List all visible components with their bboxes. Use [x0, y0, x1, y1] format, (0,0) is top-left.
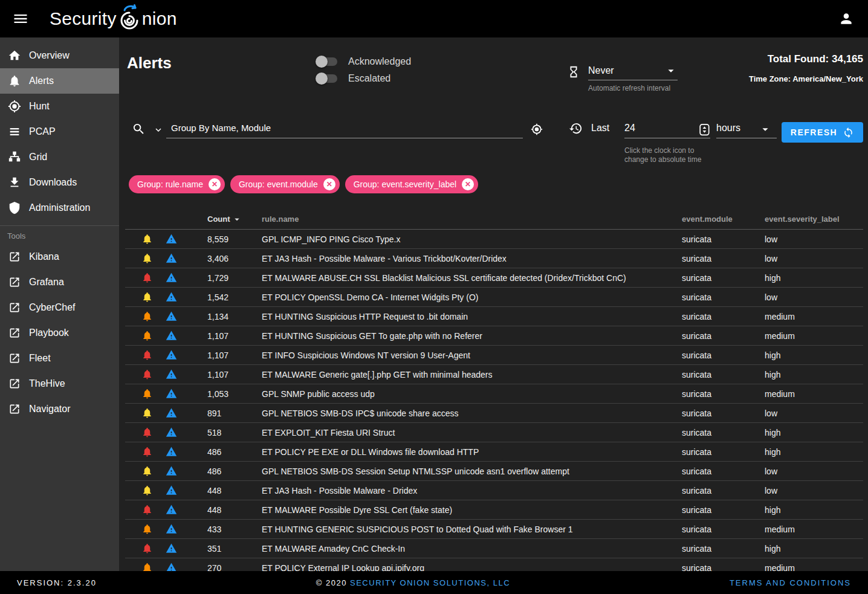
table-row[interactable]: 433 ET HUNTING GENERIC SUSPICIOUS POST t…: [125, 520, 863, 539]
alert-info-icon[interactable]: [166, 427, 177, 438]
alert-info-icon[interactable]: [166, 543, 177, 554]
sidebar-tool-thehive[interactable]: TheHive: [0, 371, 119, 396]
alert-info-icon[interactable]: [166, 311, 177, 322]
search-input[interactable]: Group By Name, Module: [171, 123, 271, 133]
sidebar-tool-cyberchef[interactable]: CyberChef: [0, 295, 119, 320]
terms-link[interactable]: TERMS AND CONDITIONS: [730, 578, 851, 587]
sidebar-item-alerts[interactable]: Alerts: [0, 68, 119, 94]
alert-info-icon[interactable]: [166, 485, 177, 496]
time-range-input[interactable]: 24: [624, 123, 635, 134]
severity-bell-icon[interactable]: [141, 349, 153, 361]
sidebar-tool-navigator[interactable]: Navigator: [0, 396, 119, 422]
chip-remove-icon[interactable]: [323, 178, 335, 190]
table-row[interactable]: 891 GPL NETBIOS SMB-DS IPC$ unicode shar…: [125, 404, 863, 423]
toggle-switch-icon[interactable]: [316, 73, 338, 85]
severity-bell-icon[interactable]: [141, 465, 153, 477]
severity-bell-icon[interactable]: [141, 253, 153, 264]
alert-info-icon[interactable]: [166, 233, 177, 245]
alert-info-icon[interactable]: [166, 330, 177, 341]
table-row[interactable]: 1,107 ET HUNTING Suspicious GET To gate.…: [125, 326, 863, 346]
time-stepper-icon[interactable]: [699, 123, 710, 136]
sidebar-item-hunt[interactable]: Hunt: [0, 94, 119, 119]
copyright-link[interactable]: SECURITY ONION SOLUTIONS, LLC: [350, 578, 510, 587]
table-row[interactable]: 1,729 ET MALWARE ABUSE.CH SSL Blacklist …: [125, 268, 863, 288]
cell-severity: medium: [765, 563, 863, 572]
sidebar-item-downloads[interactable]: Downloads: [0, 170, 119, 195]
acknowledged-toggle[interactable]: Acknowledged: [316, 53, 411, 70]
sidebar-tool-grafana[interactable]: Grafana: [0, 270, 119, 295]
alert-info-icon[interactable]: [166, 446, 177, 457]
account-button[interactable]: [834, 7, 858, 31]
group-chip[interactable]: Group: event.module: [230, 175, 340, 193]
table-row[interactable]: 1,542 ET POLICY OpenSSL Demo CA - Intern…: [125, 288, 863, 307]
alert-info-icon[interactable]: [166, 523, 177, 535]
menu-button[interactable]: [8, 6, 33, 31]
escalated-toggle[interactable]: Escalated: [316, 70, 411, 87]
time-history-icon[interactable]: [569, 121, 583, 135]
table-row[interactable]: 3,406 ET JA3 Hash - Possible Malware - V…: [125, 249, 863, 268]
severity-bell-icon[interactable]: [141, 485, 153, 496]
sidebar-item-grid[interactable]: Grid: [0, 144, 119, 170]
alert-info-icon[interactable]: [166, 465, 177, 477]
alert-info-icon[interactable]: [166, 253, 177, 264]
column-header-rule-name[interactable]: rule.name: [262, 215, 682, 224]
severity-bell-icon[interactable]: [141, 369, 153, 380]
table-row[interactable]: 1,107 ET INFO Suspicious Windows NT vers…: [125, 346, 863, 365]
alert-info-icon[interactable]: [166, 388, 177, 399]
severity-bell-icon[interactable]: [141, 523, 153, 535]
severity-bell-icon[interactable]: [141, 407, 153, 419]
severity-bell-icon[interactable]: [141, 330, 153, 341]
alert-info-icon[interactable]: [166, 349, 177, 361]
query-target-icon[interactable]: [531, 123, 543, 135]
time-unit-arrow-icon[interactable]: [759, 123, 772, 136]
severity-bell-icon[interactable]: [141, 388, 153, 399]
refresh-button[interactable]: REFRESH: [782, 122, 863, 143]
table-row[interactable]: 1,053 GPL SNMP public access udp suricat…: [125, 384, 863, 404]
table-row[interactable]: 351 ET MALWARE Amadey CnC Check-In suric…: [125, 539, 863, 558]
severity-bell-icon[interactable]: [141, 427, 153, 438]
severity-bell-icon[interactable]: [141, 311, 153, 322]
table-row[interactable]: 448 ET JA3 Hash - Possible Malware - Dri…: [125, 481, 863, 500]
cell-count: 3,406: [207, 254, 262, 263]
severity-bell-icon[interactable]: [141, 446, 153, 457]
alert-info-icon[interactable]: [166, 504, 177, 515]
chip-remove-icon[interactable]: [462, 178, 474, 190]
table-row[interactable]: 486 GPL NETBIOS SMB-DS Session Setup NTM…: [125, 462, 863, 481]
refresh-interval-select[interactable]: Never: [588, 64, 678, 80]
column-header-event-module[interactable]: event.module: [682, 215, 765, 224]
table-row[interactable]: 270 ET POLICY External IP Lookup api.ipi…: [125, 558, 863, 571]
severity-bell-icon[interactable]: [141, 504, 153, 515]
severity-bell-icon[interactable]: [141, 562, 153, 571]
table-row[interactable]: 8,559 GPL ICMP_INFO PING Cisco Type.x su…: [125, 230, 863, 249]
table-row[interactable]: 1,134 ET HUNTING Suspicious HTTP Request…: [125, 307, 863, 326]
alert-info-icon[interactable]: [166, 369, 177, 380]
table-row[interactable]: 448 ET MALWARE Possible Dyre SSL Cert (f…: [125, 500, 863, 520]
sidebar-tool-fleet[interactable]: Fleet: [0, 346, 119, 371]
severity-bell-icon[interactable]: [141, 233, 153, 245]
toggle-switch-icon[interactable]: [316, 56, 338, 68]
sidebar-item-administration[interactable]: Administration: [0, 195, 119, 221]
alert-info-icon[interactable]: [166, 562, 177, 571]
chip-remove-icon[interactable]: [209, 178, 221, 190]
alert-info-icon[interactable]: [166, 407, 177, 419]
sidebar-tool-kibana[interactable]: Kibana: [0, 244, 119, 270]
severity-bell-icon[interactable]: [141, 543, 153, 554]
alert-info-icon[interactable]: [166, 291, 177, 303]
sidebar-item-pcap[interactable]: PCAP: [0, 119, 119, 144]
time-unit-select[interactable]: hours: [716, 123, 740, 134]
cell-rule-name: ET MALWARE ABUSE.CH SSL Blacklist Malici…: [262, 273, 682, 283]
table-row[interactable]: 1,107 ET MALWARE Generic gate[.].php GET…: [125, 365, 863, 384]
column-header-severity[interactable]: event.severity_label: [765, 215, 863, 224]
sidebar-item-overview[interactable]: Overview: [0, 43, 119, 68]
cell-severity: medium: [765, 389, 863, 399]
query-history-dropdown-icon[interactable]: [153, 124, 164, 135]
sidebar-tool-playbook[interactable]: Playbook: [0, 320, 119, 346]
severity-bell-icon[interactable]: [141, 272, 153, 283]
group-chip[interactable]: Group: event.severity_label: [345, 175, 478, 193]
table-row[interactable]: 518 ET EXPLOIT_KIT Fiesta URI Struct sur…: [125, 423, 863, 442]
table-row[interactable]: 486 ET POLICY PE EXE or DLL Windows file…: [125, 442, 863, 462]
severity-bell-icon[interactable]: [141, 291, 153, 303]
group-chip[interactable]: Group: rule.name: [129, 175, 225, 193]
alert-info-icon[interactable]: [166, 272, 177, 283]
column-header-count[interactable]: Count: [207, 214, 262, 225]
